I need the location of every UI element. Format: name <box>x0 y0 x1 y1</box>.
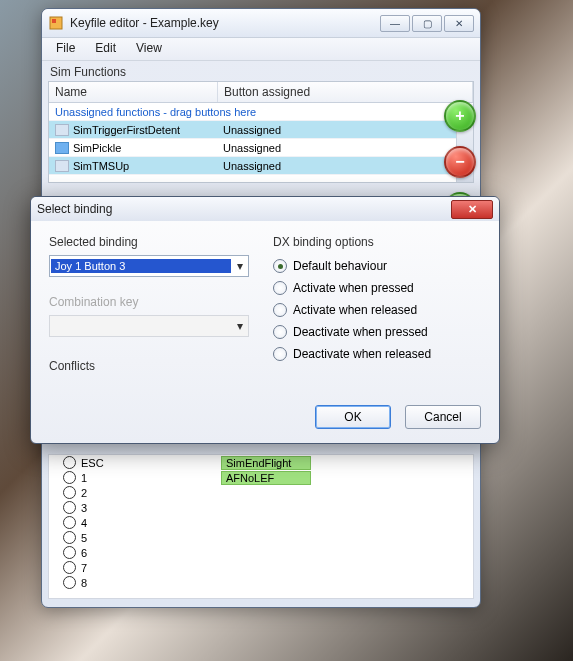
table-row[interactable]: SimTMSUpUnassigned <box>49 157 473 175</box>
selected-binding-label: Selected binding <box>49 235 249 249</box>
radio-icon <box>273 347 287 361</box>
key-binding: SimEndFlight <box>221 456 311 470</box>
radio-deactivate-pressed[interactable]: Deactivate when pressed <box>273 321 481 343</box>
function-assignment: Unassigned <box>217 124 473 136</box>
radio-icon <box>63 501 76 514</box>
group-row[interactable]: Unassigned functions - drag buttons here <box>49 106 262 118</box>
menu-file[interactable]: File <box>46 38 85 60</box>
key-label: 3 <box>81 502 201 514</box>
radio-activate-pressed[interactable]: Activate when pressed <box>273 277 481 299</box>
function-assignment: Unassigned <box>217 160 473 172</box>
radio-icon <box>63 471 76 484</box>
chevron-down-icon: ▾ <box>232 319 248 333</box>
conflicts-label: Conflicts <box>49 359 249 373</box>
keylist-row[interactable]: 1AFNoLEF <box>49 470 473 485</box>
keylist-row[interactable]: 5 <box>49 530 473 545</box>
cancel-button[interactable]: Cancel <box>405 405 481 429</box>
section-label: Sim Functions <box>42 61 480 81</box>
radio-icon <box>63 486 76 499</box>
keylist-row[interactable]: 6 <box>49 545 473 560</box>
titlebar[interactable]: Keyfile editor - Example.key — ▢ ✕ <box>42 9 480 38</box>
chevron-down-icon: ▾ <box>232 259 248 273</box>
keylist-row[interactable]: ESCSimEndFlight <box>49 455 473 470</box>
function-name: SimPickle <box>73 142 121 154</box>
keylist-row[interactable]: 4 <box>49 515 473 530</box>
keylist-row[interactable]: 7 <box>49 560 473 575</box>
key-label: 8 <box>81 577 201 589</box>
add-button[interactable]: + <box>444 100 476 132</box>
keylist-row[interactable]: 2 <box>49 485 473 500</box>
keylist-panel: ESCSimEndFlight1AFNoLEF2345678 <box>48 454 474 599</box>
radio-icon <box>273 325 287 339</box>
radio-icon <box>63 531 76 544</box>
key-label: 4 <box>81 517 201 529</box>
selected-binding-combo[interactable]: Joy 1 Button 3 ▾ <box>49 255 249 277</box>
radio-icon <box>63 546 76 559</box>
key-label: 6 <box>81 547 201 559</box>
remove-button[interactable]: − <box>444 146 476 178</box>
radio-icon <box>273 259 287 273</box>
radio-icon <box>63 516 76 529</box>
combination-key-combo: ▾ <box>49 315 249 337</box>
col-name[interactable]: Name <box>49 82 218 102</box>
table-row[interactable]: SimTriggerFirstDetentUnassigned <box>49 121 473 139</box>
key-label: 1 <box>81 472 201 484</box>
dialog-close-button[interactable]: ✕ <box>451 200 493 219</box>
radio-icon <box>63 561 76 574</box>
function-icon <box>55 142 69 154</box>
selected-binding-value: Joy 1 Button 3 <box>51 259 231 273</box>
menu-view[interactable]: View <box>126 38 172 60</box>
key-label: 7 <box>81 562 201 574</box>
window-title: Keyfile editor - Example.key <box>70 16 380 30</box>
key-label: 5 <box>81 532 201 544</box>
function-name: SimTriggerFirstDetent <box>73 124 180 136</box>
ok-button[interactable]: OK <box>315 405 391 429</box>
menubar: File Edit View <box>42 38 480 61</box>
key-label: ESC <box>81 457 201 469</box>
radio-deactivate-released[interactable]: Deactivate when released <box>273 343 481 365</box>
table-row[interactable]: SimPickleUnassigned <box>49 139 473 157</box>
dx-options-label: DX binding options <box>273 235 481 249</box>
maximize-button[interactable]: ▢ <box>412 15 442 32</box>
col-assigned[interactable]: Button assigned <box>218 82 473 102</box>
function-icon <box>55 124 69 136</box>
radio-icon <box>273 303 287 317</box>
dialog-title: Select binding <box>37 202 451 216</box>
radio-icon <box>63 576 76 589</box>
function-icon <box>55 160 69 172</box>
minimize-button[interactable]: — <box>380 15 410 32</box>
menu-edit[interactable]: Edit <box>85 38 126 60</box>
radio-icon <box>273 281 287 295</box>
function-name: SimTMSUp <box>73 160 129 172</box>
function-assignment: Unassigned <box>217 142 473 154</box>
keylist-row[interactable]: 3 <box>49 500 473 515</box>
app-icon <box>48 15 64 31</box>
radio-default[interactable]: Default behaviour <box>273 255 481 277</box>
functions-grid[interactable]: Name Button assigned Unassigned function… <box>48 81 474 183</box>
combination-key-label: Combination key <box>49 295 249 309</box>
radio-icon <box>63 456 76 469</box>
grid-header: Name Button assigned <box>49 82 473 103</box>
svg-rect-1 <box>52 19 56 23</box>
radio-activate-released[interactable]: Activate when released <box>273 299 481 321</box>
select-binding-dialog: Select binding ✕ Selected binding Joy 1 … <box>30 196 500 444</box>
close-button[interactable]: ✕ <box>444 15 474 32</box>
key-binding: AFNoLEF <box>221 471 311 485</box>
key-label: 2 <box>81 487 201 499</box>
dialog-titlebar[interactable]: Select binding ✕ <box>31 197 499 221</box>
keylist-row[interactable]: 8 <box>49 575 473 590</box>
